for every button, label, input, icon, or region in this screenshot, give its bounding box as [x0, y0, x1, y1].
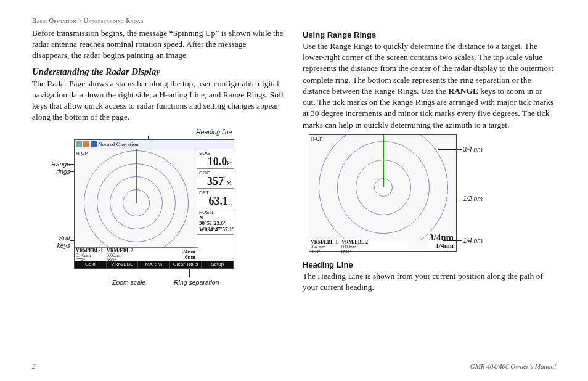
- right-column: Using Range Rings Use the Range Rings to…: [303, 28, 556, 301]
- heading-line-paragraph: The Heading Line is shown from your curr…: [303, 271, 556, 293]
- radar-screenshot-rings: H-UP VRM/EBL-10.40nm073° VRM/EBL 20.00nm…: [309, 134, 457, 252]
- callout-3-4-nm: 3/4 nm: [463, 145, 483, 153]
- figure-radar-rings: H-UP VRM/EBL-10.40nm073° VRM/EBL 20.00nm…: [303, 134, 556, 258]
- callout-1-2-nm: 1/2 nm: [463, 195, 483, 202]
- callout-soft-keys: Soft keys: [48, 234, 70, 249]
- manual-title: GMR 404/406 Owner’s Manual: [470, 363, 556, 370]
- softkey-bar: Gain VRM/EBL MARPA Clear Trails Setup: [75, 261, 234, 268]
- heading-line: [136, 149, 137, 203]
- callout-heading-line: Heading line: [196, 128, 232, 136]
- softkey[interactable]: VRM/EBL: [107, 261, 139, 268]
- left-column: Before transmission begins, the message …: [32, 28, 285, 301]
- intro-paragraph: Before transmission begins, the message …: [32, 28, 285, 62]
- data-panel: SOG10.0kt COG357°M DPT63.1ft POSNN 38°51…: [197, 149, 234, 257]
- callout-range-rings: Range rings: [43, 160, 70, 175]
- heading-line: [383, 135, 384, 187]
- status-icon: [83, 141, 89, 147]
- breadcrumb: Basic Operation > Understanding Radar: [32, 17, 556, 24]
- page-footer: 2 GMR 404/406 Owner’s Manual: [32, 363, 556, 370]
- section-paragraph: The Radar Page shows a status bar along …: [32, 78, 285, 123]
- section-heading: Understanding the Radar Display: [32, 67, 285, 77]
- subheading-heading-line: Heading Line: [303, 260, 556, 269]
- status-icon: [91, 141, 97, 147]
- subheading-range-rings: Using Range Rings: [303, 30, 556, 39]
- vrm-row: VRM/EBL-10.40nm073° VRM/EBL 20.00nm090°: [75, 247, 198, 261]
- softkey[interactable]: MARPA: [138, 261, 170, 268]
- radar-screenshot-main: Normal Operation H-UP SOG10.0kt COG357°M: [74, 139, 234, 269]
- status-text: Normal Operation: [98, 141, 139, 147]
- range-rings-paragraph: Use the Range Rings to quickly determine…: [303, 41, 556, 131]
- vrm-row: VRM/EBL-10.40nm073° VRM/EBL 20.00nm090°: [309, 239, 408, 251]
- callout-ring-separation: Ring separation: [174, 279, 219, 286]
- status-bar: Normal Operation: [75, 140, 234, 149]
- softkey[interactable]: Gain: [75, 261, 107, 268]
- status-icon: [76, 141, 82, 147]
- figure-radar-main: Heading line Range rings Soft keys Zoom …: [32, 128, 285, 301]
- zoom-scale-readout: 3/4nm1/4nm: [428, 232, 455, 250]
- softkey[interactable]: Setup: [202, 261, 234, 268]
- zoom-scale-readout: 24nm6nm: [181, 248, 197, 261]
- page-number: 2: [32, 363, 36, 370]
- radar-plot: H-UP: [309, 135, 457, 240]
- callout-1-4-nm: 1/4 nm: [463, 237, 483, 244]
- softkey[interactable]: Clear Trails: [170, 261, 202, 268]
- callout-zoom-scale: Zoom scale: [112, 279, 145, 286]
- radar-plot: H-UP: [75, 149, 198, 257]
